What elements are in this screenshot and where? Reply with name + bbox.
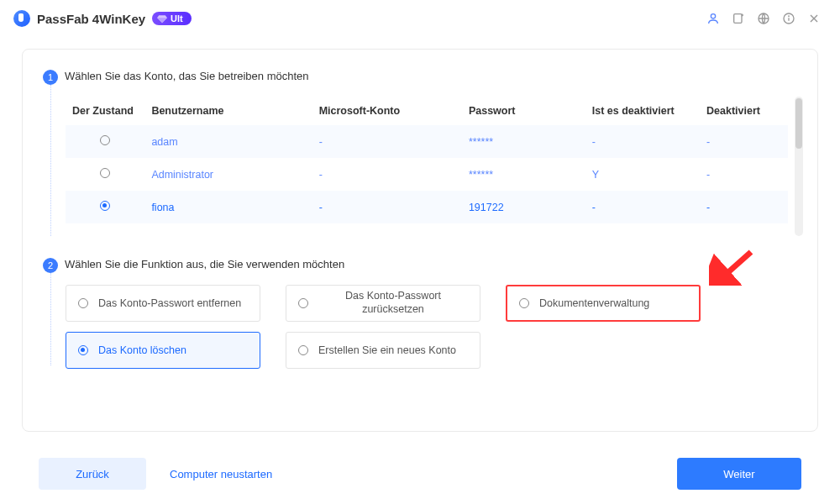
svg-point-2 [711, 14, 715, 18]
edition-badge-text: Ult [171, 13, 183, 24]
account-icon[interactable] [701, 6, 726, 31]
option-radio[interactable] [78, 298, 88, 308]
step-2-header: 2 Wählen Sie die Funktion aus, die Sie v… [43, 258, 797, 273]
cell-deak: - [700, 125, 788, 158]
feedback-icon[interactable] [726, 6, 751, 31]
main-card: 1 Wählen Sie das Konto, das Sie betreibe… [22, 49, 818, 432]
app-title: PassFab 4WinKey [37, 12, 145, 26]
option-label: Erstellen Sie ein neues Konto [318, 344, 456, 356]
th-ms: Microsoft-Konto [312, 97, 462, 125]
option-label: Das Konto-Passwort entfernen [98, 297, 241, 309]
cell-deak: - [700, 158, 788, 191]
row-radio[interactable] [100, 168, 110, 178]
cell-deak: - [700, 191, 788, 223]
cell-ms: - [312, 125, 462, 158]
table-row[interactable]: Administrator - ****** Y - [66, 158, 788, 191]
cell-user: fiona [144, 191, 312, 223]
row-radio[interactable] [100, 135, 110, 145]
step-1-label: Wählen Sie das Konto, das Sie betreiben … [65, 70, 309, 82]
cell-disabled: - [585, 125, 700, 158]
step-1-header: 1 Wählen Sie das Konto, das Sie betreibe… [43, 70, 797, 85]
cell-ms: - [312, 191, 462, 223]
next-button[interactable]: Weiter [677, 458, 801, 490]
th-deak: Deaktiviert [700, 97, 788, 125]
step-connector [50, 85, 51, 236]
footer: Zurück Computer neustarten Weiter [0, 444, 840, 504]
edition-badge: Ult [152, 12, 192, 25]
table-row[interactable]: adam - ****** - - [66, 125, 788, 158]
option-delete-account[interactable]: Das Konto löschen [66, 332, 260, 369]
globe-icon[interactable] [751, 6, 776, 31]
option-radio[interactable] [519, 298, 529, 308]
th-disabled: Ist es deaktiviert [585, 97, 700, 125]
back-button[interactable]: Zurück [39, 458, 146, 490]
step-2-label: Wählen Sie die Funktion aus, die Sie ver… [65, 258, 344, 270]
th-user: Benutzername [144, 97, 312, 125]
option-document-management[interactable]: Dokumentenverwaltung [506, 285, 701, 322]
option-label: Dokumentenverwaltung [539, 297, 649, 309]
row-radio[interactable] [100, 201, 110, 211]
step-connector [50, 273, 51, 365]
close-icon[interactable] [801, 6, 827, 31]
info-icon[interactable] [776, 6, 801, 31]
step-2-badge: 2 [43, 258, 58, 273]
cell-pw: ****** [462, 158, 585, 191]
cell-pw: ****** [462, 125, 585, 158]
svg-rect-3 [734, 14, 742, 24]
cell-disabled: Y [585, 158, 700, 191]
option-remove-password[interactable]: Das Konto-Passwort entfernen [66, 285, 260, 322]
option-create-account[interactable]: Erstellen Sie ein neues Konto [286, 332, 480, 369]
option-reset-password[interactable]: Das Konto-Passwort zurücksetzen [286, 285, 480, 322]
option-radio[interactable] [78, 345, 88, 355]
table-scrollbar[interactable] [795, 97, 803, 236]
step-1-badge: 1 [43, 70, 58, 85]
diamond-icon [157, 13, 167, 24]
table-row[interactable]: fiona - 191722 - - [66, 191, 788, 223]
cell-ms: - [312, 158, 462, 191]
cell-user: adam [144, 125, 312, 158]
accounts-table-wrap: Der Zustand Benutzername Microsoft-Konto… [66, 97, 788, 236]
option-label: Das Konto-Passwort zurücksetzen [318, 290, 468, 316]
cell-user: Administrator [144, 158, 312, 191]
th-state: Der Zustand [66, 97, 144, 125]
scrollbar-thumb[interactable] [795, 98, 802, 149]
svg-point-7 [789, 16, 790, 17]
accounts-table: Der Zustand Benutzername Microsoft-Konto… [66, 97, 788, 223]
option-radio[interactable] [298, 345, 308, 355]
th-pw: Passwort [462, 97, 585, 125]
options-grid: Das Konto-Passwort entfernen Das Konto-P… [66, 285, 701, 369]
option-label: Das Konto löschen [98, 344, 186, 356]
restart-link[interactable]: Computer neustarten [170, 468, 272, 480]
app-logo-icon [13, 10, 30, 27]
option-radio[interactable] [298, 298, 308, 308]
cell-disabled: - [585, 191, 700, 223]
svg-marker-1 [157, 18, 167, 23]
cell-pw: 191722 [462, 191, 585, 223]
titlebar: PassFab 4WinKey Ult [0, 0, 840, 37]
